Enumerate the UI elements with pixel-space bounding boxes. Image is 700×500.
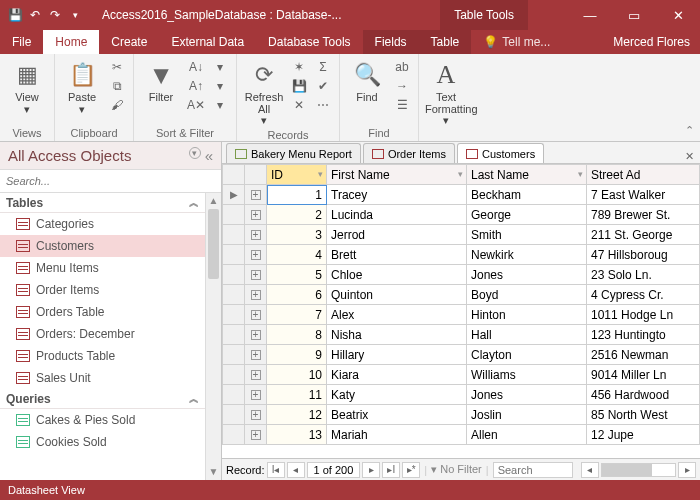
- cell-first-name[interactable]: Tracey: [327, 185, 467, 205]
- nav-menu-icon[interactable]: ▾: [189, 147, 201, 159]
- expand-row-button[interactable]: +: [245, 305, 267, 325]
- cell-last-name[interactable]: Boyd: [467, 285, 587, 305]
- filter-button[interactable]: ▼ Filter: [140, 58, 182, 104]
- cell-first-name[interactable]: Lucinda: [327, 205, 467, 225]
- cell-id[interactable]: 11: [267, 385, 327, 405]
- cell-first-name[interactable]: Nisha: [327, 325, 467, 345]
- view-button[interactable]: ▦ View▾: [6, 58, 48, 115]
- table-row[interactable]: +3JerrodSmith211 St. George: [223, 225, 700, 245]
- select-button[interactable]: ☰: [392, 96, 412, 114]
- cell-last-name[interactable]: Hall: [467, 325, 587, 345]
- cell-id[interactable]: 9: [267, 345, 327, 365]
- cell-first-name[interactable]: Chloe: [327, 265, 467, 285]
- table-row[interactable]: +12BeatrixJoslin85 North West: [223, 405, 700, 425]
- cell-street[interactable]: 23 Solo Ln.: [587, 265, 700, 285]
- row-selector[interactable]: [223, 345, 245, 365]
- expand-row-button[interactable]: +: [245, 365, 267, 385]
- cell-last-name[interactable]: Joslin: [467, 405, 587, 425]
- row-selector[interactable]: [223, 305, 245, 325]
- spelling-button[interactable]: ✔: [313, 77, 333, 95]
- cell-id[interactable]: 7: [267, 305, 327, 325]
- record-search-input[interactable]: [493, 462, 573, 478]
- cell-street[interactable]: 789 Brewer St.: [587, 205, 700, 225]
- new-record-button[interactable]: ✶: [289, 58, 309, 76]
- cell-first-name[interactable]: Brett: [327, 245, 467, 265]
- paste-button[interactable]: 📋 Paste▾: [61, 58, 103, 115]
- next-record-button[interactable]: ▸: [362, 462, 380, 478]
- record-position[interactable]: 1 of 200: [307, 462, 361, 478]
- save-record-button[interactable]: 💾: [289, 77, 309, 95]
- goto-button[interactable]: →: [392, 77, 412, 95]
- row-selector[interactable]: [223, 385, 245, 405]
- cut-button[interactable]: ✂: [107, 58, 127, 76]
- expand-row-button[interactable]: +: [245, 325, 267, 345]
- cell-id[interactable]: 12: [267, 405, 327, 425]
- table-row[interactable]: +7AlexHinton1011 Hodge Ln: [223, 305, 700, 325]
- selection-filter-button[interactable]: ▾: [210, 58, 230, 76]
- last-record-button[interactable]: ▸I: [382, 462, 400, 478]
- cell-id[interactable]: 4: [267, 245, 327, 265]
- expand-row-button[interactable]: +: [245, 385, 267, 405]
- expand-row-button[interactable]: +: [245, 265, 267, 285]
- table-row[interactable]: ▶+1TraceyBeckham7 East Walker: [223, 185, 700, 205]
- column-header-id[interactable]: ID▾: [267, 165, 327, 185]
- nav-search-input[interactable]: [0, 170, 221, 192]
- sort-asc-button[interactable]: A↓: [186, 58, 206, 76]
- cell-last-name[interactable]: Jones: [467, 385, 587, 405]
- nav-item-menu-items[interactable]: Menu Items: [0, 257, 205, 279]
- table-row[interactable]: +13MariahAllen12 Jupe: [223, 425, 700, 445]
- tab-create[interactable]: Create: [99, 30, 159, 54]
- cell-first-name[interactable]: Mariah: [327, 425, 467, 445]
- nav-item-products-table[interactable]: Products Table: [0, 345, 205, 367]
- close-button[interactable]: ✕: [656, 0, 700, 30]
- cell-street[interactable]: 2516 Newman: [587, 345, 700, 365]
- expand-row-button[interactable]: +: [245, 185, 267, 205]
- nav-scrollbar[interactable]: ▲ ▼: [205, 193, 221, 480]
- qa-customize-icon[interactable]: ▾: [66, 6, 84, 24]
- table-row[interactable]: +8NishaHall123 Huntingto: [223, 325, 700, 345]
- cell-street[interactable]: 211 St. George: [587, 225, 700, 245]
- cell-last-name[interactable]: Hinton: [467, 305, 587, 325]
- text-formatting-button[interactable]: A Text Formatting▾: [425, 58, 467, 127]
- more-button[interactable]: ⋯: [313, 96, 333, 114]
- cell-street[interactable]: 85 North West: [587, 405, 700, 425]
- advanced-filter-button[interactable]: ▾: [210, 77, 230, 95]
- table-row[interactable]: +2LucindaGeorge789 Brewer St.: [223, 205, 700, 225]
- replace-button[interactable]: ab: [392, 58, 412, 76]
- row-selector[interactable]: [223, 245, 245, 265]
- cell-street[interactable]: 47 Hillsboroug: [587, 245, 700, 265]
- horizontal-scrollbar[interactable]: ◂ ▸: [581, 462, 696, 478]
- cell-street[interactable]: 4 Cypress Cr.: [587, 285, 700, 305]
- expand-row-button[interactable]: +: [245, 345, 267, 365]
- redo-icon[interactable]: ↷: [46, 6, 64, 24]
- cell-id[interactable]: 5: [267, 265, 327, 285]
- refresh-all-button[interactable]: ⟳ Refresh All▾: [243, 58, 285, 127]
- row-selector[interactable]: [223, 205, 245, 225]
- nav-item-customers[interactable]: Customers: [0, 235, 205, 257]
- nav-item-categories[interactable]: Categories: [0, 213, 205, 235]
- cell-last-name[interactable]: Clayton: [467, 345, 587, 365]
- maximize-button[interactable]: ▭: [612, 0, 656, 30]
- table-row[interactable]: +6QuintonBoyd4 Cypress Cr.: [223, 285, 700, 305]
- row-selector[interactable]: [223, 325, 245, 345]
- cell-first-name[interactable]: Hillary: [327, 345, 467, 365]
- row-selector[interactable]: [223, 425, 245, 445]
- table-row[interactable]: +10KiaraWilliams9014 Miller Ln: [223, 365, 700, 385]
- remove-sort-button[interactable]: A✕: [186, 96, 206, 114]
- cell-street[interactable]: 123 Huntingto: [587, 325, 700, 345]
- cell-last-name[interactable]: Jones: [467, 265, 587, 285]
- table-row[interactable]: +11KatyJones456 Hardwood: [223, 385, 700, 405]
- cell-last-name[interactable]: Williams: [467, 365, 587, 385]
- scroll-down-icon[interactable]: ▼: [206, 464, 221, 480]
- nav-item-cakes-pies-sold[interactable]: Cakes & Pies Sold: [0, 409, 205, 431]
- cell-id[interactable]: 1: [267, 185, 327, 205]
- cell-first-name[interactable]: Kiara: [327, 365, 467, 385]
- row-selector[interactable]: [223, 285, 245, 305]
- select-all-corner[interactable]: [223, 165, 245, 185]
- expand-row-button[interactable]: +: [245, 405, 267, 425]
- copy-button[interactable]: ⧉: [107, 77, 127, 95]
- expand-row-button[interactable]: +: [245, 285, 267, 305]
- nav-section[interactable]: Queries︽: [0, 389, 205, 409]
- tab-file[interactable]: File: [0, 30, 43, 54]
- row-selector[interactable]: [223, 365, 245, 385]
